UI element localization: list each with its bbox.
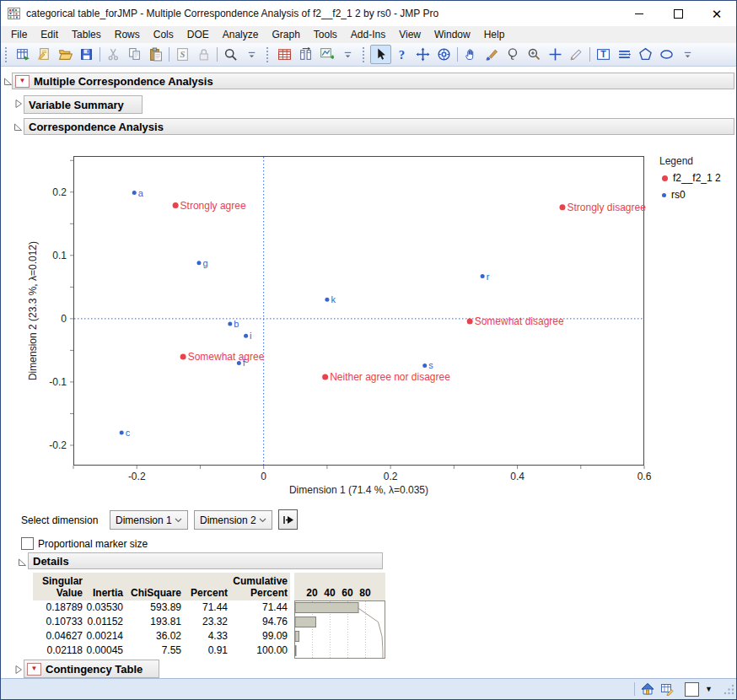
new-data-table-icon[interactable] bbox=[13, 45, 34, 64]
details-column-header: Inertia bbox=[85, 573, 126, 600]
toolbar-grip[interactable] bbox=[266, 47, 272, 62]
mca-title: Multiple Correspondence Analysis bbox=[32, 75, 213, 88]
dimension-y-value: Dimension 2 bbox=[200, 514, 256, 526]
next-dimension-arrow-button[interactable] bbox=[278, 509, 298, 530]
menu-help[interactable]: Help bbox=[477, 27, 512, 42]
menu-rows[interactable]: Rows bbox=[108, 27, 147, 42]
mca-biplot[interactable]: -0.200.20.40.6Dimension 1 (71.4 %, λ=0.0… bbox=[73, 156, 644, 466]
home-icon[interactable] bbox=[641, 682, 654, 696]
details-cell-inertia: 0.01152 bbox=[85, 615, 126, 629]
menu-tables[interactable]: Tables bbox=[65, 27, 108, 42]
toolbar-grip[interactable] bbox=[5, 47, 10, 62]
toolbar-separator bbox=[217, 47, 218, 62]
dimension-y-dropdown[interactable]: Dimension 2 bbox=[194, 510, 272, 530]
dimension-x-dropdown[interactable]: Dimension 1 bbox=[110, 510, 188, 530]
details-column-header: ChiSquare bbox=[126, 573, 184, 600]
svg-text:s: s bbox=[428, 360, 433, 370]
chevron-down-icon bbox=[259, 518, 266, 523]
data-point[interactable]: Neither agree nor disagree bbox=[322, 371, 450, 383]
script-icon[interactable]: S bbox=[172, 45, 193, 64]
brush-tool-icon[interactable] bbox=[481, 45, 503, 64]
menu-analyze[interactable]: Analyze bbox=[216, 27, 266, 42]
crosshair-tool-icon[interactable] bbox=[545, 45, 566, 64]
column-info-icon[interactable] bbox=[295, 45, 316, 64]
text-annotate-icon[interactable]: T bbox=[593, 45, 614, 64]
menu-file[interactable]: File bbox=[4, 27, 34, 42]
menu-cols[interactable]: Cols bbox=[147, 27, 180, 42]
jmp-window: categorical table_forJMP - Multiple Corr… bbox=[0, 0, 737, 700]
chevron-down-icon bbox=[175, 518, 182, 523]
resize-grip[interactable] bbox=[723, 683, 734, 697]
svg-text:Somewhat agree: Somewhat agree bbox=[188, 351, 265, 363]
svg-text:Somewhat disagree: Somewhat disagree bbox=[475, 315, 564, 327]
details-disclosure-triangle[interactable] bbox=[18, 557, 28, 567]
proportional-marker-checkbox[interactable] bbox=[21, 537, 34, 550]
legend-entry-0[interactable]: f2__f2_1 2 bbox=[659, 172, 737, 184]
hand-tool-icon[interactable] bbox=[460, 45, 481, 64]
search-icon[interactable] bbox=[220, 45, 241, 64]
save-icon[interactable] bbox=[76, 45, 97, 64]
correspondence-analysis-disclosure-triangle[interactable] bbox=[13, 121, 24, 132]
new-journal-icon[interactable] bbox=[34, 45, 55, 64]
minimize-button[interactable] bbox=[620, 1, 659, 26]
menu-bar: FileEditTablesRowsColsDOEAnalyzeGraphToo… bbox=[1, 26, 736, 43]
menu-doe[interactable]: DOE bbox=[180, 27, 216, 42]
data-point[interactable]: Somewhat agree bbox=[180, 351, 265, 363]
copy-icon[interactable] bbox=[124, 45, 145, 64]
magnifier-tool-icon[interactable] bbox=[524, 45, 545, 64]
variable-summary-disclosure-triangle[interactable] bbox=[13, 99, 24, 109]
dropdown-arrow-icon[interactable]: ▼ bbox=[705, 685, 713, 693]
move-tool-icon[interactable] bbox=[412, 45, 433, 64]
menu-window[interactable]: Window bbox=[428, 27, 477, 42]
polygon-annotate-icon[interactable] bbox=[635, 45, 656, 64]
data-table-window-icon[interactable] bbox=[660, 682, 675, 696]
cut-icon[interactable] bbox=[103, 45, 124, 64]
contingency-red-triangle-button[interactable]: ▼ bbox=[27, 663, 41, 676]
paste-icon[interactable] bbox=[145, 45, 166, 64]
proportional-marker-label: Proportional marker size bbox=[38, 538, 148, 550]
overflow-icon[interactable] bbox=[241, 45, 262, 64]
close-button[interactable]: ✕ bbox=[697, 1, 736, 26]
menu-view[interactable]: View bbox=[392, 27, 428, 42]
contingency-table-header[interactable]: ▼ Contingency Table bbox=[24, 660, 159, 678]
svg-text:Dimension 1 (71.4 %, λ=0.035): Dimension 1 (71.4 %, λ=0.035) bbox=[289, 484, 428, 496]
bullseye-tool-icon[interactable] bbox=[433, 45, 455, 64]
oval-annotate-icon[interactable] bbox=[656, 45, 677, 64]
toolbar-grip[interactable] bbox=[363, 47, 368, 62]
mca-red-triangle-button[interactable]: ▼ bbox=[15, 75, 30, 88]
data-point[interactable]: Strongly disagree bbox=[559, 202, 646, 213]
details-header[interactable]: Details bbox=[28, 552, 383, 569]
window-title: categorical table_forJMP - Multiple Corr… bbox=[26, 8, 438, 19]
arrow-tool-icon[interactable] bbox=[370, 45, 391, 64]
variable-summary-header[interactable]: Variable Summary bbox=[24, 95, 143, 114]
correspondence-analysis-header[interactable]: Correspondence Analysis bbox=[24, 118, 734, 135]
svg-text:0: 0 bbox=[261, 471, 266, 482]
graph-builder-icon[interactable] bbox=[316, 45, 337, 64]
help-tool-icon[interactable]: ? bbox=[391, 45, 412, 64]
menu-addins[interactable]: Add-Ins bbox=[344, 27, 392, 42]
overflow-icon[interactable] bbox=[677, 45, 698, 64]
data-table-icon[interactable] bbox=[274, 45, 295, 64]
svg-text:S: S bbox=[180, 50, 186, 59]
lock-icon[interactable] bbox=[193, 45, 214, 64]
details-cell-singular_value: 0.04627 bbox=[33, 629, 85, 643]
data-point[interactable]: Strongly agree bbox=[173, 200, 246, 212]
mca-outline-header[interactable]: ▼ Multiple Correspondence Analysis bbox=[12, 73, 734, 89]
svg-text:c: c bbox=[126, 428, 131, 438]
menu-edit[interactable]: Edit bbox=[34, 27, 65, 42]
details-cell-percent: 23.32 bbox=[184, 615, 230, 629]
window-color-swatch[interactable] bbox=[685, 682, 699, 697]
scree-bar bbox=[295, 603, 358, 613]
menu-tools[interactable]: Tools bbox=[307, 27, 344, 42]
legend-entry-1[interactable]: rs0 bbox=[659, 189, 737, 201]
pencil-tool-icon[interactable] bbox=[566, 45, 587, 64]
contingency-disclosure-triangle[interactable] bbox=[13, 665, 24, 675]
open-icon[interactable] bbox=[55, 45, 76, 64]
menu-graph[interactable]: Graph bbox=[265, 27, 306, 42]
lasso-tool-icon[interactable] bbox=[503, 45, 524, 64]
overflow-icon[interactable] bbox=[337, 45, 358, 64]
data-point[interactable]: Somewhat disagree bbox=[467, 315, 564, 327]
maximize-button[interactable] bbox=[659, 1, 697, 26]
line-annotate-icon[interactable] bbox=[614, 45, 635, 64]
svg-text:T: T bbox=[600, 49, 606, 59]
